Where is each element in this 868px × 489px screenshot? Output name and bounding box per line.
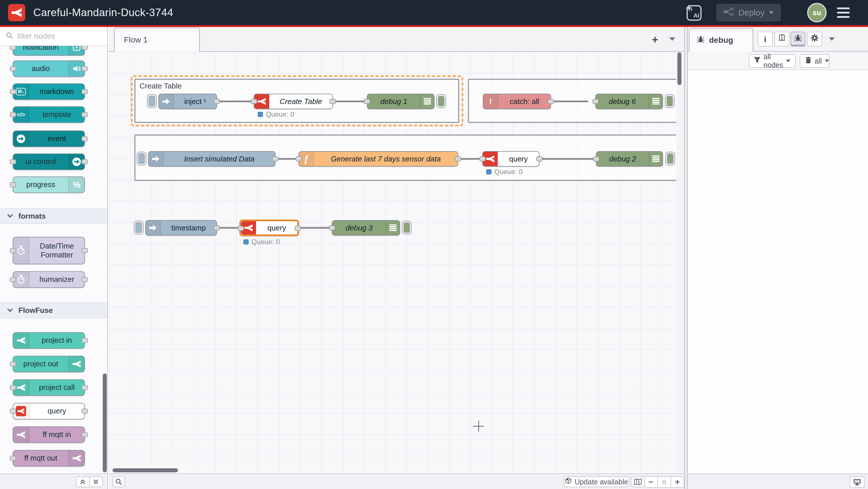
palette-node-markdown[interactable]: M↓ markdown xyxy=(12,83,85,100)
node-inject-insert-simulated-data[interactable]: Insert simulated Data xyxy=(148,151,276,167)
palette-node-datetime-formatter[interactable]: Date/Time Formatter xyxy=(12,237,85,264)
port[interactable] xyxy=(10,159,16,164)
palette-node-humanizer[interactable]: humanizer xyxy=(12,271,85,288)
port[interactable] xyxy=(10,46,16,50)
deploy-caret-icon[interactable] xyxy=(769,11,774,14)
debug-toggle-button[interactable] xyxy=(402,221,412,234)
zoom-in-button[interactable]: + xyxy=(671,477,684,488)
port[interactable] xyxy=(82,159,88,164)
palette-collapse-categories-button[interactable] xyxy=(76,477,90,487)
port[interactable] xyxy=(593,156,599,162)
palette-search[interactable] xyxy=(0,27,107,46)
port[interactable] xyxy=(82,46,88,50)
debug-toggle-button[interactable] xyxy=(436,94,446,108)
minimap-button[interactable] xyxy=(631,477,645,487)
flowfuse-logo-icon[interactable] xyxy=(8,4,25,21)
port[interactable] xyxy=(329,225,335,230)
sidebar-splitter[interactable] xyxy=(684,27,688,489)
palette-node-project-out[interactable]: project out xyxy=(12,356,85,372)
port[interactable] xyxy=(214,225,220,230)
palette-node-project-in[interactable]: project in xyxy=(12,332,85,349)
port[interactable] xyxy=(238,226,244,231)
palette-node-event[interactable]: event xyxy=(12,131,85,147)
help-tab-button[interactable] xyxy=(774,32,789,47)
palette-node-template[interactable]: </> template xyxy=(12,106,85,123)
wire[interactable] xyxy=(550,100,588,102)
node-function-generate-sensor-data[interactable]: f Generate last 7 days sensor data xyxy=(299,151,458,167)
port[interactable] xyxy=(10,112,16,117)
palette-section-flowfuse[interactable]: FlowFuse xyxy=(0,302,107,318)
port[interactable] xyxy=(10,89,16,94)
zoom-reset-button[interactable]: ○ xyxy=(657,477,671,488)
debug-toggle-button[interactable] xyxy=(665,152,675,166)
port[interactable] xyxy=(479,156,486,162)
canvas-vertical-scrollbar[interactable] xyxy=(677,52,681,85)
port[interactable] xyxy=(548,99,554,104)
wire[interactable] xyxy=(219,227,238,229)
canvas-horizontal-scrollbar[interactable] xyxy=(113,468,178,472)
config-tab-button[interactable] xyxy=(807,32,822,47)
tab-flow-1[interactable]: Flow 1 xyxy=(114,28,200,52)
debug-clear-button[interactable]: all xyxy=(800,54,830,68)
port[interactable] xyxy=(82,136,88,141)
port[interactable] xyxy=(294,226,301,231)
port[interactable] xyxy=(82,338,88,343)
main-menu-button[interactable] xyxy=(837,7,849,18)
debug-message-list[interactable] xyxy=(688,70,868,473)
node-debug-3[interactable]: debug 3 xyxy=(332,220,400,236)
sidebar-tabs-caret-icon[interactable] xyxy=(829,37,835,41)
palette-section-formats[interactable]: formats xyxy=(0,208,107,224)
wire[interactable] xyxy=(335,100,366,102)
port[interactable] xyxy=(82,408,88,414)
node-debug-1[interactable]: debug 1 xyxy=(367,94,435,109)
port[interactable] xyxy=(82,89,88,94)
port[interactable] xyxy=(272,156,278,162)
port[interactable] xyxy=(10,408,16,414)
update-available-button[interactable]: Update available xyxy=(564,477,629,487)
wire[interactable] xyxy=(460,158,481,160)
port[interactable] xyxy=(296,156,302,162)
flow-list-caret-icon[interactable] xyxy=(670,37,675,41)
palette-expand-categories-button[interactable] xyxy=(89,477,103,487)
port[interactable] xyxy=(592,99,599,104)
port[interactable] xyxy=(251,99,257,104)
tab-debug[interactable]: debug xyxy=(689,28,753,52)
port[interactable] xyxy=(455,156,461,162)
canvas-search-button[interactable] xyxy=(113,477,125,487)
palette-node-query[interactable]: query xyxy=(12,403,85,420)
port[interactable] xyxy=(10,248,16,253)
node-inject-timestamp[interactable]: timestamp xyxy=(145,220,217,236)
port[interactable] xyxy=(82,432,88,437)
wire[interactable] xyxy=(277,158,297,160)
inject-trigger-button[interactable] xyxy=(147,94,157,108)
port[interactable] xyxy=(330,99,336,104)
debug-toggle-button[interactable] xyxy=(665,94,675,108)
port[interactable] xyxy=(82,66,88,71)
node-query-create-table[interactable]: Create Table xyxy=(254,94,333,109)
ai-assistant-button[interactable]: AI xyxy=(687,5,702,21)
node-query-2[interactable]: query xyxy=(482,151,539,167)
node-catch-all[interactable]: ! catch: all xyxy=(483,94,551,109)
inject-trigger-button[interactable] xyxy=(134,221,144,234)
info-tab-button[interactable]: i xyxy=(758,32,773,47)
user-avatar[interactable]: su xyxy=(807,3,827,22)
zoom-out-button[interactable]: − xyxy=(644,477,658,488)
port[interactable] xyxy=(82,277,88,282)
port[interactable] xyxy=(10,456,16,461)
palette-node-progress[interactable]: progress % xyxy=(12,176,85,193)
node-inject-1[interactable]: inject ¹ xyxy=(158,94,217,109)
port[interactable] xyxy=(10,277,16,282)
port[interactable] xyxy=(10,66,16,71)
wire[interactable] xyxy=(301,227,331,229)
node-query-3-selected[interactable]: query xyxy=(239,220,299,236)
port[interactable] xyxy=(10,182,16,187)
palette-scrollbar[interactable] xyxy=(103,374,107,472)
port[interactable] xyxy=(10,385,16,390)
port[interactable] xyxy=(10,362,16,367)
wire[interactable] xyxy=(219,100,253,102)
port[interactable] xyxy=(536,156,542,162)
palette-node-ui-control[interactable]: ui control xyxy=(12,153,85,170)
port[interactable] xyxy=(82,112,88,117)
wire[interactable] xyxy=(541,158,595,160)
palette-node-ff-mqtt-in[interactable]: ff mqtt in xyxy=(12,426,85,443)
